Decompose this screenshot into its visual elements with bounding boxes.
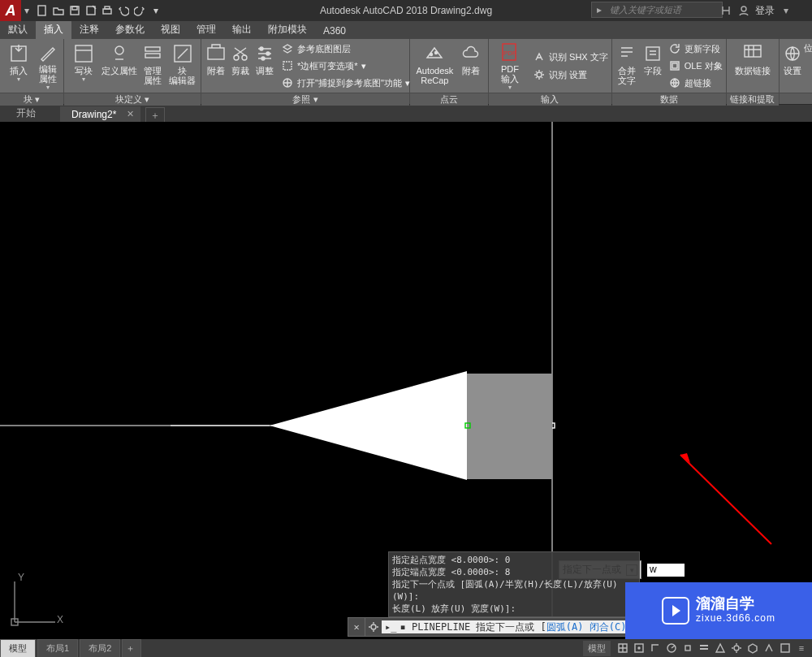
status-tab-layout2[interactable]: 布局2 [80, 639, 120, 657]
login-dropdown-icon[interactable]: ▾ [780, 4, 793, 17]
row-update-field[interactable]: 更新字段 [668, 41, 723, 57]
panel-title-import: 输入 [489, 93, 611, 106]
help-search[interactable]: ▸ 键入关键字或短语 [591, 2, 723, 18]
doctab-drawing2[interactable]: Drawing2*✕ [60, 106, 140, 123]
panel-data: 合并 文字 字段 更新字段 OLE 对象 超链接 数据 [612, 39, 727, 104]
cmd-hist-line: 长度(L) 放弃(U) 宽度(W)]: [392, 603, 636, 615]
svg-point-46 [638, 647, 640, 649]
row-frame-option[interactable]: *边框可变选项*▾ [281, 58, 410, 74]
svg-point-21 [430, 54, 433, 56]
btn-mgrattr[interactable]: 管理 属性 [139, 41, 166, 91]
row-hyperlink[interactable]: 超链接 [668, 75, 723, 91]
btn-set-location[interactable]: 设置 [783, 41, 802, 91]
panel-reference: 附着 剪裁 调整 参考底图图层 *边框可变选项*▾ 打开"捕捉到参考底图"功能▾… [201, 39, 410, 104]
annoscale-icon[interactable] [713, 641, 728, 655]
ortho-icon[interactable] [648, 641, 663, 655]
datalink-icon [741, 42, 764, 65]
btn-cloud-attach[interactable]: 附着 [458, 41, 485, 91]
btn-bedit[interactable]: 块 编辑器 [167, 41, 197, 91]
svg-point-6 [741, 6, 746, 11]
status-tab-model[interactable]: 模型 [0, 639, 36, 657]
qat-dropdown-icon[interactable]: ▾ [149, 4, 162, 17]
tab-addins[interactable]: 附加模块 [260, 20, 315, 39]
tab-view[interactable]: 视图 [153, 20, 188, 39]
plot-icon[interactable] [101, 4, 114, 17]
row-recog-settings[interactable]: 识别 设置 [533, 67, 608, 83]
tab-parametric[interactable]: 参数化 [107, 20, 153, 39]
btn-datalink[interactable]: 数据链接 [730, 41, 775, 91]
redo-icon[interactable] [133, 4, 146, 17]
panel-title-cloud: 点云 [410, 93, 488, 106]
new-icon[interactable] [36, 4, 49, 17]
grid-icon[interactable] [615, 641, 630, 655]
cmdline-close-icon[interactable]: ✕ [348, 618, 365, 636]
hardware-accel-icon[interactable] [762, 641, 776, 655]
panel-location: 设置 位 [780, 39, 812, 104]
svg-point-44 [371, 625, 376, 629]
panel-import: PDF PDF 输入▾ 识别 SHX 文字 识别 设置 输入 [489, 39, 612, 104]
exchange-icon[interactable] [719, 4, 732, 17]
tab-default[interactable]: 默认 [0, 20, 36, 39]
login-area[interactable]: 登录 ▾ [719, 0, 793, 21]
svg-rect-2 [72, 6, 77, 10]
snap-icon [281, 76, 294, 89]
btn-defattr[interactable]: 定义属性 [102, 41, 137, 91]
svg-rect-11 [145, 54, 160, 58]
status-tab-add[interactable]: ＋ [122, 639, 141, 657]
panel-title-blockdef[interactable]: 块定义 ▾ [64, 93, 201, 106]
doctab-start[interactable]: 开始 [5, 104, 60, 123]
snap-mode-icon[interactable] [632, 641, 646, 655]
btn-edit-attr[interactable]: 编辑 属性▾ [36, 41, 60, 91]
save-icon[interactable] [68, 4, 81, 17]
cmdline-customize-icon[interactable] [365, 618, 382, 636]
saveas-icon[interactable] [84, 4, 97, 17]
btn-clip[interactable]: 剪裁 [229, 41, 252, 91]
btn-loc-partial[interactable]: 位 [804, 41, 812, 91]
svg-point-9 [115, 46, 123, 54]
isoplane-icon[interactable] [745, 641, 760, 655]
tab-annotate[interactable]: 注释 [71, 20, 107, 39]
lineweight-icon[interactable] [697, 641, 711, 655]
row-snap-underlay[interactable]: 打开"捕捉到参考底图"功能▾ [281, 75, 410, 91]
wblock-icon [72, 42, 95, 65]
btn-adjust[interactable]: 调整 [253, 41, 276, 91]
status-tab-layout1[interactable]: 布局1 [37, 639, 78, 657]
row-shx-text[interactable]: 识别 SHX 文字 [533, 49, 608, 65]
doctab-new[interactable]: ＋ [145, 107, 165, 123]
tab-output[interactable]: 输出 [224, 20, 260, 39]
open-icon[interactable] [52, 4, 65, 17]
panel-title-data: 数据 [612, 93, 726, 106]
polar-icon[interactable] [664, 641, 679, 655]
customize-status-icon[interactable]: ≡ [794, 641, 809, 655]
tab-a360[interactable]: A360 [315, 23, 354, 39]
close-icon[interactable]: ✕ [127, 109, 134, 119]
tab-insert[interactable]: 插入 [36, 20, 71, 39]
row-underlay-layer[interactable]: 参考底图图层 [281, 41, 410, 57]
btn-field[interactable]: 字段 [641, 41, 664, 91]
dyn-input[interactable]: w [646, 563, 685, 577]
btn-mergetext[interactable]: 合并 文字 [615, 41, 639, 91]
app-logo[interactable]: A [0, 0, 21, 21]
defattr-icon [108, 42, 131, 65]
btn-attach[interactable]: 附着 [205, 41, 227, 91]
tab-manage[interactable]: 管理 [188, 20, 224, 39]
panel-title-link: 链接和提取 [727, 93, 779, 106]
row-ole-object[interactable]: OLE 对象 [668, 58, 723, 74]
drawing-canvas[interactable]: 指定下一点或 ▾ w X Y [0, 122, 812, 617]
clean-screen-icon[interactable] [778, 641, 793, 655]
undo-icon[interactable] [117, 4, 130, 17]
app-menu-dropdown[interactable]: ▾ [21, 0, 32, 21]
btn-pdf-import[interactable]: PDF PDF 输入▾ [492, 41, 528, 91]
shx-icon [533, 50, 546, 63]
status-model-btn[interactable]: 模型 [583, 641, 611, 656]
svg-rect-0 [38, 6, 45, 15]
svg-rect-26 [646, 47, 659, 60]
osnap-icon[interactable] [680, 641, 695, 655]
btn-wblock[interactable]: 写块▾ [67, 41, 100, 91]
btn-insert[interactable]: 插入▾ [3, 41, 34, 91]
panel-title-ref[interactable]: 参照 ▾ [201, 93, 409, 106]
btn-recap[interactable]: Autodesk ReCap [413, 41, 456, 91]
workspace-icon[interactable] [729, 641, 744, 655]
svg-point-22 [435, 52, 438, 54]
panel-blockdef: 写块▾ 定义属性 管理 属性 块 编辑器 块定义 ▾ [64, 39, 201, 104]
